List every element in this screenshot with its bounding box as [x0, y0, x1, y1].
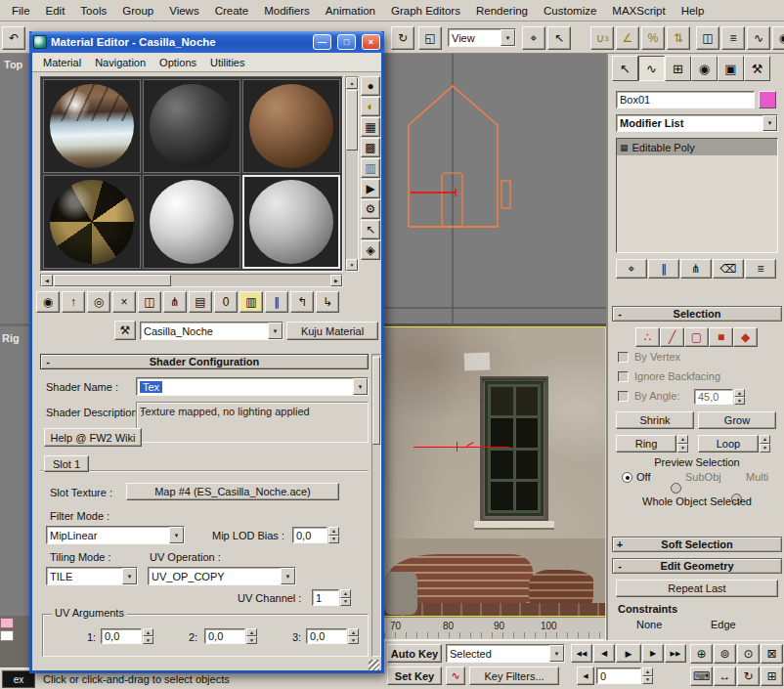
selection-set-combo[interactable]: Selected ▼	[446, 644, 565, 663]
chevron-down-icon[interactable]: ▼	[549, 645, 564, 662]
element-mode-icon[interactable]: ◆	[733, 327, 758, 347]
sample-type-sphere-icon[interactable]: ●	[361, 76, 380, 96]
tab-create-icon[interactable]: ↖	[612, 56, 638, 81]
me-menu-options[interactable]: Options	[152, 55, 203, 70]
me-menu-material[interactable]: Material	[36, 55, 88, 70]
percent-snap-icon[interactable]: %	[641, 26, 665, 50]
uv-arg1-field[interactable]: 0,0	[101, 628, 142, 644]
select-and-manipulate-icon[interactable]: ↖	[547, 26, 571, 50]
spin-down-icon[interactable]: ▼	[340, 598, 351, 607]
modifier-list-combo[interactable]: Modifier List ▼	[616, 114, 778, 132]
object-color-swatch[interactable]	[759, 91, 776, 108]
key-filters-button[interactable]: Key Filters...	[469, 667, 559, 685]
edge-mode-icon[interactable]: ╱	[660, 327, 684, 347]
menu-graph-editors[interactable]: Graph Editors	[383, 3, 468, 19]
go-to-parent-icon[interactable]: ↰	[290, 291, 314, 313]
configure-modifier-sets-icon[interactable]: ≡	[745, 259, 776, 279]
sample-slot[interactable]	[43, 175, 141, 269]
go-to-start-icon[interactable]: ◀◀	[571, 644, 592, 663]
spin-down-icon[interactable]: ▼	[642, 676, 653, 685]
tab-display-icon[interactable]: ▣	[718, 56, 744, 81]
shrink-button[interactable]: Shrink	[616, 411, 694, 429]
modifier-stack[interactable]: ▦ Editable Poly	[616, 138, 778, 253]
object-name-field[interactable]: Box01	[616, 91, 755, 108]
slot-1-tab[interactable]: Slot 1	[44, 455, 89, 472]
material-name-combo[interactable]: Casilla_Noche ▼	[140, 322, 283, 340]
menu-modifiers[interactable]: Modifiers	[256, 3, 318, 19]
me-menu-utilities[interactable]: Utilities	[203, 55, 251, 70]
slot-texture-map-button[interactable]: Map #4 (ES_Casilla_Noche.ace)	[126, 483, 339, 500]
spin-up-icon[interactable]: ▲	[348, 628, 359, 636]
mip-lod-bias-spinner[interactable]: ▲▼	[328, 527, 339, 543]
by-angle-field[interactable]: 45,0	[694, 389, 733, 405]
chevron-down-icon[interactable]: ▼	[268, 323, 283, 339]
put-to-library-icon[interactable]: ▤	[189, 291, 212, 313]
filter-mode-combo[interactable]: MipLinear ▼	[46, 526, 185, 544]
material-editor-options-icon[interactable]: ⚙	[361, 199, 380, 219]
show-end-result-icon[interactable]: ∥	[265, 291, 288, 313]
chevron-down-icon[interactable]: ▼	[122, 568, 137, 584]
spin-up-icon[interactable]: ▲	[677, 435, 688, 444]
use-center-icon[interactable]: ⌖	[522, 26, 545, 50]
resize-grip[interactable]	[369, 660, 379, 670]
frame-spinner[interactable]: ▲▼	[642, 667, 653, 684]
select-and-rotate-icon[interactable]: ↻	[391, 26, 414, 50]
ring-button[interactable]: Ring	[616, 435, 676, 452]
menu-maxscript[interactable]: MAXScript	[604, 3, 673, 19]
spin-up-icon[interactable]: ▲	[246, 628, 257, 636]
tab-motion-icon[interactable]: ◉	[691, 56, 718, 81]
spin-down-icon[interactable]: ▼	[328, 536, 339, 544]
menu-tools[interactable]: Tools	[72, 3, 114, 19]
spin-down-icon[interactable]: ▼	[677, 444, 688, 452]
spin-down-icon[interactable]: ▼	[760, 444, 770, 452]
zoom-extents-all-icon[interactable]: ⊠	[761, 644, 783, 664]
spinner-snap-icon[interactable]: ⇅	[667, 26, 690, 50]
material-map-navigator-icon[interactable]: ◈	[361, 240, 380, 260]
uv-channel-field[interactable]: 1	[312, 589, 339, 606]
arc-rotate-icon[interactable]: ↻	[737, 667, 760, 686]
go-to-end-icon[interactable]: ▶▶	[665, 644, 686, 663]
align-icon[interactable]: ≡	[721, 26, 745, 50]
auto-key-button[interactable]: Auto Key	[387, 644, 442, 663]
ignore-backfacing-checkbox[interactable]	[618, 371, 629, 382]
sample-uv-tiling-icon[interactable]: ▩	[361, 138, 380, 157]
ring-spinner[interactable]: ▲▼	[677, 435, 688, 452]
uv-arg2-spinner[interactable]: ▲▼	[246, 628, 257, 644]
viewport-label-right[interactable]: Rig	[2, 332, 20, 344]
scroll-down-icon[interactable]: ▼	[346, 259, 358, 271]
get-material-icon[interactable]: ◉	[36, 291, 60, 313]
material-editor-titlebar[interactable]: Material Editor - Casilla_Noche — □ ×	[29, 31, 384, 53]
sample-slot[interactable]	[43, 79, 141, 173]
stack-item-editable-poly[interactable]: ▦ Editable Poly	[617, 139, 777, 155]
uv-arg3-spinner[interactable]: ▲▼	[348, 628, 359, 644]
tab-modify-icon[interactable]: ∿	[638, 56, 665, 81]
polygon-mode-icon[interactable]: ■	[709, 327, 733, 347]
material-id-channel-icon[interactable]: 0	[214, 291, 238, 313]
time-slider-ruler[interactable]: 70 80 90 100	[383, 617, 606, 640]
shader-name-combo[interactable]: Tex ▼	[136, 377, 369, 396]
viewport-top-sliver[interactable]: Top	[0, 54, 29, 323]
preview-off-radio[interactable]	[622, 472, 632, 483]
current-frame-field[interactable]: 0	[596, 667, 641, 684]
go-forward-to-sibling-icon[interactable]: ↳	[316, 291, 339, 313]
minimize-icon[interactable]: —	[313, 34, 331, 50]
spin-up-icon[interactable]: ▲	[642, 667, 653, 676]
sample-slot[interactable]	[242, 79, 340, 173]
loop-button[interactable]: Loop	[698, 435, 759, 452]
viewport-label-top[interactable]: Top	[4, 59, 22, 70]
reference-coordinate-combo[interactable]: View ▼	[448, 28, 516, 47]
spin-down-icon[interactable]: ▼	[734, 397, 745, 405]
menu-file[interactable]: File	[4, 3, 38, 19]
mirror-icon[interactable]: ◫	[696, 26, 719, 50]
tab-utilities-icon[interactable]: ⚒	[744, 56, 770, 81]
sample-slot[interactable]	[143, 175, 240, 269]
scroll-right-icon[interactable]: ▶	[330, 275, 342, 286]
angle-snap-icon[interactable]: ∠	[616, 26, 639, 50]
chevron-down-icon[interactable]: ▼	[353, 378, 368, 395]
play-animation-icon[interactable]: ▶	[616, 644, 641, 663]
background-icon[interactable]: ▦	[361, 117, 380, 137]
reset-map-icon[interactable]: ×	[112, 291, 136, 313]
maximize-icon[interactable]: □	[337, 34, 356, 50]
select-and-scale-icon[interactable]: ◱	[418, 26, 442, 50]
preview-subobj-radio[interactable]	[671, 483, 681, 494]
